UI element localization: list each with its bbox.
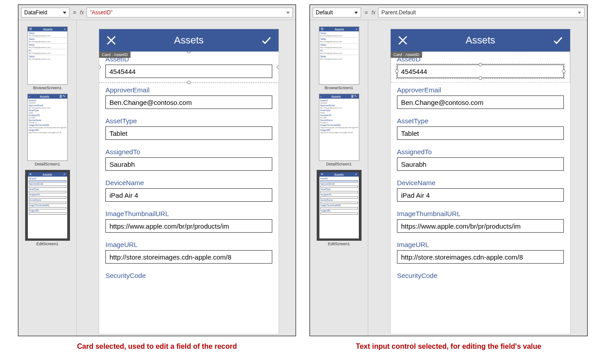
field-input-imagethumbnailurl[interactable]: https://www.apple.com/br/pr/products/im bbox=[105, 219, 272, 233]
field-input-approveremail[interactable]: Ben.Change@contoso.com bbox=[105, 95, 272, 109]
field-label: ImageThumbnailURL bbox=[105, 210, 272, 217]
field-input-assettype[interactable]: Tablet bbox=[397, 126, 564, 140]
selection-tag: Card : AssetID bbox=[391, 52, 422, 58]
formula-text: "AssetID" bbox=[90, 9, 113, 16]
right-caption: Text input control selected, for editing… bbox=[310, 342, 588, 351]
card-imagethumbnailurl[interactable]: ImageThumbnailURL https://www.apple.com/… bbox=[391, 206, 570, 237]
fx-icon: fx bbox=[371, 9, 375, 16]
formula-input[interactable]: "AssetID" bbox=[87, 8, 293, 17]
property-name: Default bbox=[316, 9, 333, 16]
phone-header: Assets bbox=[391, 29, 570, 52]
check-icon[interactable] bbox=[552, 35, 564, 46]
card-imagethumbnailurl[interactable]: ImageThumbnailURL https://www.apple.com/… bbox=[99, 206, 279, 237]
edit-form: AssetID 4545444 ApproverEmail Ben.Change… bbox=[99, 52, 279, 286]
field-input-approveremail[interactable]: Ben.Change@contoso.com bbox=[397, 95, 564, 109]
field-input-devicename[interactable]: iPad Air 4 bbox=[105, 188, 272, 202]
equals-symbol: = bbox=[365, 9, 368, 16]
equals-symbol: = bbox=[73, 9, 76, 16]
formula-bar: DataField = fx "AssetID" bbox=[18, 5, 296, 20]
formula-input[interactable]: Parent.Default bbox=[378, 8, 584, 17]
fx-icon: fx bbox=[80, 9, 84, 16]
field-input-assettype[interactable]: Tablet bbox=[105, 126, 272, 140]
field-input-imageurl[interactable]: http://store.storeimages.cdn-apple.com/8 bbox=[105, 250, 272, 264]
field-label: AssignedTo bbox=[105, 148, 272, 156]
left-panel: DataField = fx "AssetID" ☰Assets+ Tablet… bbox=[18, 4, 296, 336]
card-securitycode[interactable]: SecurityCode bbox=[391, 268, 570, 286]
check-icon[interactable] bbox=[261, 35, 272, 46]
field-label: AssignedTo bbox=[397, 148, 564, 156]
field-input-imagethumbnailurl[interactable]: https://www.apple.com/br/pr/products/im bbox=[397, 219, 564, 233]
field-label: SecurityCode bbox=[105, 272, 272, 279]
field-label: ApproverEmail bbox=[105, 86, 272, 94]
card-assettype[interactable]: AssetType Tablet bbox=[99, 113, 279, 144]
right-panel: Default = fx Parent.Default ☰Assets+ Tab… bbox=[310, 4, 588, 336]
formula-bar: Default = fx Parent.Default bbox=[310, 5, 587, 20]
edit-form: AssetID 4545444 ApproverEmail Ben.Change… bbox=[391, 52, 570, 286]
screens-panel: ☰Assets+ TabletBen.Change@contoso.com Ta… bbox=[310, 20, 368, 336]
screens-panel: ☰Assets+ TabletBen.Change@contoso.com Ta… bbox=[18, 20, 77, 336]
card-assignedto[interactable]: AssignedTo Saurabh bbox=[99, 144, 279, 175]
card-securitycode[interactable]: SecurityCode bbox=[99, 268, 279, 286]
canvas: Assets Card : AssetID AssetID 4545444 bbox=[77, 20, 296, 336]
phone-title: Assets bbox=[174, 35, 204, 46]
card-imageurl[interactable]: ImageURL http://store.storeimages.cdn-ap… bbox=[99, 237, 279, 268]
field-label: DeviceName bbox=[397, 179, 564, 186]
thumb-detail[interactable]: ‹Assets🗑 ✎ AssetID4545444 ApproverEmailB… bbox=[27, 94, 68, 161]
field-label: DeviceName bbox=[105, 179, 272, 186]
thumb-browse[interactable]: ☰Assets+ TabletBen.Change@contoso.com Ta… bbox=[319, 26, 359, 85]
thumb-edit[interactable]: ✕Assets✓ AssetID ApproverEmail AssetType… bbox=[319, 172, 359, 239]
phone-preview: Assets Card : AssetID AssetID 4545444 bbox=[99, 29, 279, 334]
card-devicename[interactable]: DeviceName iPad Air 4 bbox=[99, 175, 279, 206]
thumb-label-detail: DetailScreen1 bbox=[312, 162, 366, 166]
formula-text: Parent.Default bbox=[381, 9, 416, 16]
field-label: ImageURL bbox=[105, 241, 272, 248]
phone-title: Assets bbox=[466, 35, 495, 46]
close-icon[interactable] bbox=[105, 35, 117, 46]
field-label: ImageThumbnailURL bbox=[397, 210, 564, 217]
field-input-devicename[interactable]: iPad Air 4 bbox=[397, 188, 564, 202]
field-input-assignedto[interactable]: Saurabh bbox=[397, 157, 564, 171]
card-devicename[interactable]: DeviceName iPad Air 4 bbox=[391, 175, 570, 206]
field-label: ApproverEmail bbox=[397, 86, 564, 94]
selection-tag: Card : AssetID bbox=[99, 52, 131, 58]
field-label: SecurityCode bbox=[397, 272, 564, 279]
close-icon[interactable] bbox=[397, 35, 409, 46]
card-assignedto[interactable]: AssignedTo Saurabh bbox=[391, 144, 570, 175]
canvas: Assets Card : AssetID AssetID 4545444 bbox=[368, 20, 587, 336]
card-assettype[interactable]: AssetType Tablet bbox=[391, 113, 570, 144]
field-label: ImageURL bbox=[397, 241, 564, 248]
thumb-edit[interactable]: ✕Assets✓ AssetID ApproverEmail AssetType… bbox=[27, 172, 68, 239]
left-caption: Card selected, used to edit a field of t… bbox=[18, 342, 296, 351]
thumb-label-detail: DetailScreen1 bbox=[20, 162, 74, 166]
thumb-label-browse: BrowseScreen1 bbox=[20, 86, 74, 90]
phone-header: Assets bbox=[99, 29, 279, 52]
property-select[interactable]: DataField bbox=[21, 8, 70, 17]
phone-preview: Assets Card : AssetID AssetID 4545444 bbox=[391, 29, 570, 334]
thumb-label-edit: EditScreen1 bbox=[312, 242, 366, 246]
card-approveremail[interactable]: ApproverEmail Ben.Change@contoso.com bbox=[99, 82, 279, 113]
property-name: DataField bbox=[24, 9, 47, 16]
field-label: AssetType bbox=[397, 117, 564, 125]
thumb-label-edit: EditScreen1 bbox=[20, 242, 74, 246]
field-label: AssetType bbox=[105, 117, 272, 125]
card-imageurl[interactable]: ImageURL http://store.storeimages.cdn-ap… bbox=[391, 237, 570, 268]
thumb-browse[interactable]: ☰Assets+ TabletBen.Change@contoso.com Ta… bbox=[27, 26, 68, 85]
thumb-label-browse: BrowseScreen1 bbox=[312, 86, 366, 90]
card-approveremail[interactable]: ApproverEmail Ben.Change@contoso.com bbox=[391, 82, 570, 113]
field-input-assignedto[interactable]: Saurabh bbox=[105, 157, 272, 171]
thumb-detail[interactable]: ‹Assets🗑 ✎ AssetID4545444 ApproverEmailB… bbox=[319, 94, 359, 161]
field-input-assetid[interactable]: 4545444 bbox=[105, 65, 272, 78]
property-select[interactable]: Default bbox=[313, 8, 361, 17]
field-input-imageurl[interactable]: http://store.storeimages.cdn-apple.com/8 bbox=[397, 250, 564, 264]
